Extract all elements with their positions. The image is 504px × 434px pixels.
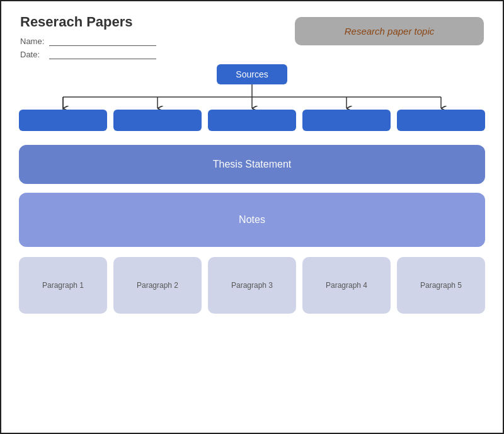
name-underline (49, 37, 156, 46)
source-boxes-row (19, 110, 485, 131)
source-box-1[interactable] (19, 110, 107, 131)
paragraph-1[interactable]: Paragraph 1 (19, 257, 107, 314)
paragraph-3[interactable]: Paragraph 3 (208, 257, 296, 314)
source-box-5[interactable] (397, 110, 485, 131)
date-underline (49, 50, 156, 59)
paragraph-4[interactable]: Paragraph 4 (302, 257, 391, 314)
source-box-2[interactable] (113, 110, 202, 131)
paragraphs-row: Paragraph 1 Paragraph 2 Paragraph 3 Para… (19, 257, 485, 314)
source-box-3[interactable] (208, 110, 296, 131)
paragraph-5[interactable]: Paragraph 5 (397, 257, 485, 314)
tree-connector (19, 84, 485, 110)
source-box-4[interactable] (302, 110, 391, 131)
thesis-statement: Thesis Statement (19, 145, 485, 184)
name-label: Name: (20, 37, 45, 46)
topic-box: Research paper topic (295, 17, 484, 45)
notes-box: Notes (19, 193, 485, 247)
date-label: Date: (20, 50, 45, 59)
sources-button[interactable]: Sources (217, 64, 287, 84)
paragraph-2[interactable]: Paragraph 2 (113, 257, 202, 314)
